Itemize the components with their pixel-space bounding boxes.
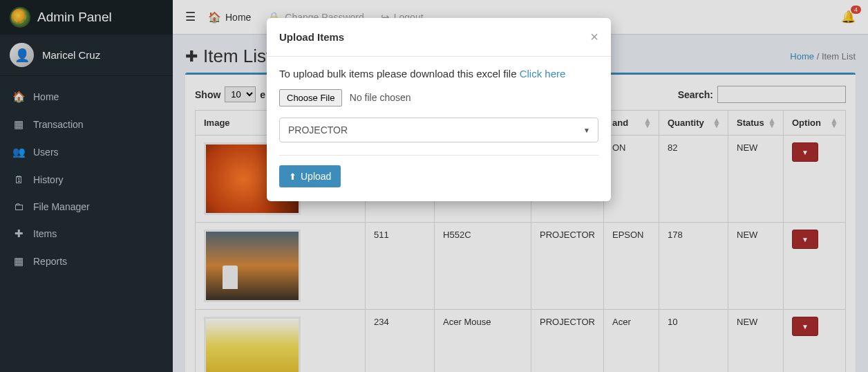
file-input-row: Choose File No file chosen [279, 89, 598, 106]
upload-icon: ⬆ [289, 171, 296, 182]
modal-footer: ⬆ Upload [279, 155, 598, 187]
category-select[interactable]: PROJECTOR [279, 118, 598, 142]
modal-prompt-text: To upload bulk items please download thi… [279, 68, 520, 80]
modal-body: To upload bulk items please download thi… [267, 57, 611, 201]
modal-title: Upload Items [279, 31, 344, 43]
category-select-wrap: PROJECTOR [279, 118, 598, 142]
modal-header: Upload Items × [267, 18, 611, 57]
close-icon[interactable]: × [590, 29, 598, 45]
file-status: No file chosen [350, 92, 411, 103]
upload-button[interactable]: ⬆ Upload [279, 165, 341, 187]
modal-instructions: To upload bulk items please download thi… [279, 68, 598, 80]
choose-file-button[interactable]: Choose File [279, 89, 342, 106]
upload-button-label: Upload [301, 171, 331, 182]
download-template-link[interactable]: Click here [520, 68, 566, 80]
upload-modal: Upload Items × To upload bulk items plea… [267, 18, 611, 201]
